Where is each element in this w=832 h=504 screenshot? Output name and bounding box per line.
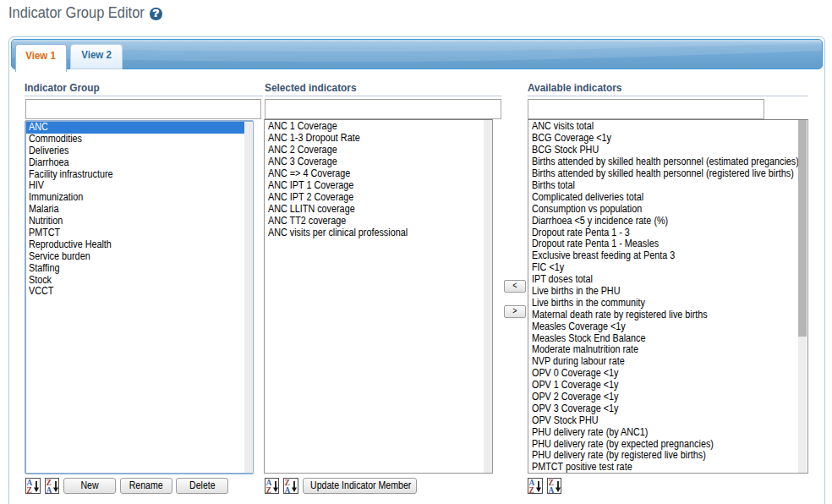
svg-text:A: A — [46, 486, 52, 494]
svg-text:A: A — [285, 486, 291, 494]
svg-text:Z: Z — [27, 486, 32, 494]
svg-text:Z: Z — [265, 486, 271, 494]
svg-text:Z: Z — [529, 486, 534, 494]
svg-text:A: A — [548, 486, 554, 494]
